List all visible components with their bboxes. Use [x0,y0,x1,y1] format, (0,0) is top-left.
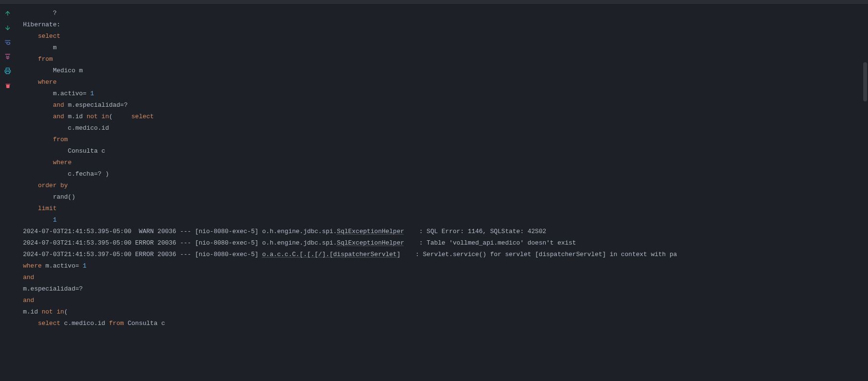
console-output[interactable]: ?Hibernate: select m from Medico m where… [15,5,868,381]
code-line: select [23,31,868,42]
code-line: where [23,77,868,88]
top-bar [0,0,868,5]
code-line: select c.medico.id from Consulta c [23,318,868,329]
code-line: Hibernate: [23,19,868,31]
console-gutter [0,5,15,381]
code-line: where m.activo= 1 [23,260,868,272]
log-line: 2024-07-03T21:41:53.397-05:00 ERROR 2003… [23,249,868,260]
log-line: 2024-07-03T21:41:53.395-05:00 WARN 20036… [23,226,868,237]
code-line: and [23,295,868,306]
code-line: m.id not in( [23,306,868,318]
code-line: order by [23,180,868,191]
code-line: m.activo= 1 [23,88,868,100]
code-line: ? [23,8,868,19]
soft-wrap-icon[interactable] [4,38,11,46]
code-line: limit [23,203,868,214]
code-line: Medico m [23,65,868,77]
code-line: 1 [23,214,868,226]
log-line: 2024-07-03T21:41:53.395-05:00 ERROR 2003… [23,237,868,249]
code-line: and m.especialidad=? [23,100,868,111]
console-wrapper: ?Hibernate: select m from Medico m where… [0,5,868,381]
arrow-down-icon[interactable] [4,24,11,32]
code-line: c.fecha=? ) [23,168,868,180]
code-line: from [23,54,868,65]
clear-all-icon[interactable] [4,81,11,89]
scroll-to-end-icon[interactable] [4,53,11,60]
code-line: from [23,134,868,146]
code-line: Consulta c [23,146,868,157]
code-line: m.especialidad=? [23,283,868,295]
scrollbar-thumb[interactable] [863,62,867,101]
code-line: m [23,42,868,54]
code-line: rand() [23,191,868,203]
code-line: and [23,272,868,283]
code-line: c.medico.id [23,123,868,134]
arrow-up-icon[interactable] [4,10,11,17]
code-line: and m.id not in( select [23,111,868,123]
svg-rect-3 [6,71,10,74]
code-line: where [23,157,868,168]
print-icon[interactable] [4,67,11,75]
